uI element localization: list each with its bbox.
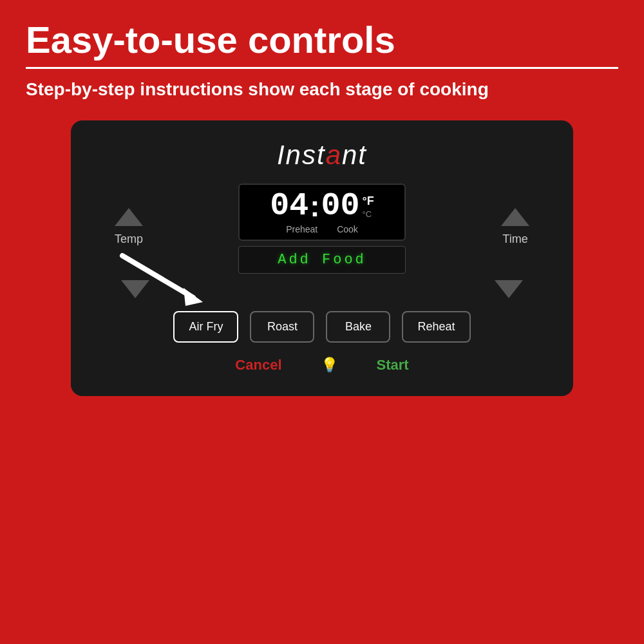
temp-unit: °F °C — [363, 190, 374, 220]
title-divider — [26, 67, 618, 69]
unit-f: °F — [363, 194, 374, 209]
brand-name-part1: Inst — [277, 140, 326, 170]
brand-name-part2: nt — [342, 140, 367, 170]
device-panel: Instant Temp 0 4 : 0 0 — [71, 120, 573, 396]
time-up-button[interactable] — [501, 208, 529, 226]
time-label: Time — [502, 232, 527, 246]
page-wrapper: Easy-to-use controls Step-by-step instru… — [0, 0, 644, 644]
arrow-pointer — [109, 249, 213, 310]
time-section: Time — [483, 208, 547, 250]
roast-button[interactable]: Roast — [250, 311, 314, 343]
svg-line-0 — [122, 256, 193, 298]
add-food-display: Add Food — [238, 246, 406, 274]
brand-name-a: a — [326, 140, 342, 170]
lcd-display: 0 4 : 0 0 °F °C Preheat Cook — [238, 184, 406, 241]
digit-0c: 0 — [341, 190, 360, 222]
temp-section: Temp — [97, 208, 161, 250]
page-title: Easy-to-use controls — [26, 19, 618, 61]
start-button[interactable]: Start — [377, 357, 409, 374]
brand-name: Instant — [97, 140, 547, 171]
digit-0b: 0 — [321, 190, 341, 222]
svg-marker-1 — [184, 288, 203, 306]
cancel-button[interactable]: Cancel — [235, 357, 281, 374]
time-display: 0 4 : 0 0 °F °C — [270, 190, 374, 222]
cook-mode-buttons: Air Fry Roast Bake Reheat — [97, 311, 547, 343]
digit-0: 0 — [270, 190, 289, 222]
air-fry-button[interactable]: Air Fry — [173, 311, 238, 343]
temp-label: Temp — [115, 232, 143, 246]
unit-c: °C — [363, 209, 374, 220]
preheat-cook-labels: Preheat Cook — [286, 224, 358, 234]
bottom-row: Cancel 💡 Start — [97, 357, 547, 374]
page-subtitle: Step-by-step instructions show each stag… — [26, 78, 618, 101]
reheat-button[interactable]: Reheat — [402, 311, 470, 343]
cook-label: Cook — [337, 224, 358, 234]
light-icon[interactable]: 💡 — [321, 357, 338, 374]
digit-4: 4 — [289, 190, 308, 222]
colon: : — [310, 191, 319, 221]
time-down-area — [427, 278, 541, 298]
time-down-button[interactable] — [495, 280, 523, 298]
bake-button[interactable]: Bake — [326, 311, 390, 343]
temp-up-button[interactable] — [115, 208, 143, 226]
preheat-label: Preheat — [286, 224, 317, 234]
